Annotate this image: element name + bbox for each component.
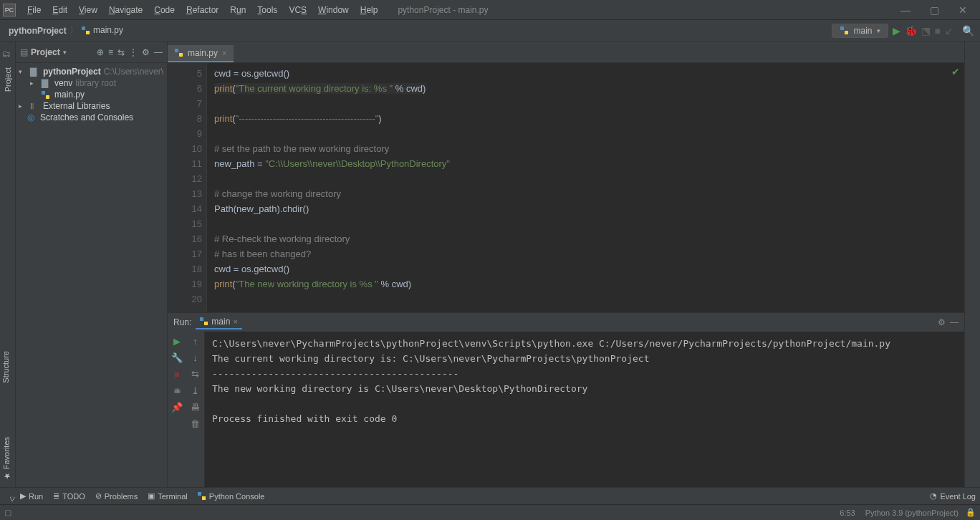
project-view-icon: ▤ [20, 47, 28, 57]
hide-panel-icon[interactable]: ― [154, 47, 163, 57]
project-tool-window: ▤ Project ▾ ⊕ ≡ ⇆ ⋮ ⚙ ― ▾ ▇ pythonProjec… [16, 42, 168, 487]
python-icon [200, 317, 208, 326]
code-text[interactable]: cwd = os.getcwd() print("The current wor… [207, 63, 964, 312]
soft-wrap-icon[interactable]: ⇆ [191, 369, 199, 380]
tree-main-py[interactable]: main.py [16, 89, 167, 100]
python-icon [198, 492, 206, 501]
close-tab-icon[interactable]: × [222, 49, 226, 57]
maximize-button[interactable]: ▢ [920, 4, 948, 16]
close-run-tab-icon[interactable]: × [233, 317, 237, 326]
minimize-button[interactable]: ― [891, 4, 920, 16]
structure-tool-label[interactable]: Structure [1, 351, 10, 383]
menu-help[interactable]: Help [355, 4, 384, 16]
svg-rect-8 [200, 317, 203, 321]
problems-tool-button[interactable]: ⊘ Problems [95, 491, 138, 501]
menu-edit[interactable]: Edit [47, 4, 73, 16]
run-console-toolbar: ↑ ↓ ⇆ ⤓ 🖶 🗑 [186, 332, 205, 487]
menu-code[interactable]: Code [148, 4, 181, 16]
python-icon [840, 26, 850, 36]
menu-navigate[interactable]: Navigate [103, 4, 148, 16]
tree-scratches[interactable]: ◎ Scratches and Consoles [16, 112, 167, 123]
svg-rect-11 [202, 496, 206, 500]
project-panel-title[interactable]: Project [31, 47, 60, 57]
tool-window-quick-access-icon[interactable]: ▢ [4, 508, 11, 517]
run-config-dropdown[interactable]: main ▾ [832, 24, 888, 38]
bottom-tool-bar: ⩒ ▶ Run ≣ TODO ⊘ Problems ▣ Terminal Pyt… [0, 487, 980, 504]
lock-icon[interactable]: 🔒 [966, 508, 976, 517]
editor-tab-strip: main.py × [168, 42, 964, 63]
svg-rect-6 [175, 49, 178, 52]
project-tool-icon[interactable]: 🗂 [2, 49, 14, 60]
project-tree[interactable]: ▾ ▇ pythonProject C:\Users\never\ ▸ ▇ ve… [16, 63, 167, 126]
chevron-down-icon: ▾ [877, 27, 880, 34]
run-tool-window: Run: main × ⚙ ― ▶ 🔧 ■ ⩩ 📌 ↑ [168, 312, 964, 487]
run-tool-button[interactable]: ▶ Run [20, 491, 43, 501]
project-tool-label[interactable]: Project [4, 67, 12, 92]
line-number-gutter: 567891011121314151617181920 [168, 63, 207, 312]
structure-tool-icon[interactable]: ⩒ [9, 494, 16, 503]
menu-refactor[interactable]: Refactor [181, 4, 224, 16]
tree-ext-lib[interactable]: ▸ ⫴ External Libraries [16, 100, 167, 112]
tree-root[interactable]: ▾ ▇ pythonProject C:\Users\never\ [16, 66, 167, 77]
title-bar: PC File Edit View Navigate Code Refactor… [0, 0, 980, 20]
favorites-tool-label[interactable]: ★ Favorites [1, 437, 11, 481]
svg-rect-5 [46, 95, 49, 99]
up-icon[interactable]: ↑ [193, 336, 198, 347]
run-settings-icon[interactable]: ⚙ [938, 317, 946, 327]
run-button[interactable]: ▶ [893, 25, 900, 37]
down-icon[interactable]: ↓ [193, 352, 198, 363]
svg-rect-2 [840, 27, 844, 30]
editor-tab-main[interactable]: main.py × [168, 45, 234, 62]
close-button[interactable]: ✕ [948, 4, 977, 16]
python-file-icon [81, 26, 91, 36]
print-icon[interactable]: 🖶 [191, 402, 200, 413]
menu-run[interactable]: Run [224, 4, 251, 16]
stop-icon[interactable]: ■ [174, 369, 180, 380]
layout-icon[interactable]: ⩩ [173, 385, 182, 396]
clear-icon[interactable]: 🗑 [191, 418, 200, 429]
collapse-all-icon[interactable]: ⇆ [117, 47, 125, 57]
settings-icon[interactable]: ⚙ [142, 47, 150, 57]
svg-rect-3 [845, 31, 848, 34]
menu-view[interactable]: View [73, 4, 103, 16]
vcs-update-icon[interactable]: ↙ [945, 25, 953, 37]
debug-button[interactable]: 🐞 [905, 25, 917, 37]
rerun-icon[interactable]: ▶ [173, 336, 181, 347]
search-everywhere-button[interactable]: 🔍 [962, 25, 974, 37]
stop-button[interactable]: ■ [935, 25, 941, 37]
svg-rect-10 [198, 492, 201, 496]
svg-rect-9 [204, 322, 208, 325]
breadcrumb-project[interactable]: pythonProject [6, 26, 69, 36]
svg-rect-0 [82, 27, 85, 30]
folder-icon: ▇ [42, 78, 52, 88]
python-console-tool-button[interactable]: Python Console [198, 492, 265, 501]
svg-rect-4 [42, 91, 45, 95]
expand-all-icon[interactable]: ≡ [108, 47, 113, 57]
menu-vcs[interactable]: VCS [283, 4, 312, 16]
caret-position[interactable]: 6:53 [840, 509, 855, 517]
event-log-button[interactable]: ◔ Event Log [930, 491, 976, 501]
menu-file[interactable]: File [21, 4, 47, 16]
scroll-end-icon[interactable]: ⤓ [191, 385, 199, 396]
svg-rect-7 [179, 53, 183, 57]
todo-tool-button[interactable]: ≣ TODO [53, 491, 85, 501]
breadcrumb-file[interactable]: main.py [78, 25, 126, 36]
console-output[interactable]: C:\Users\never\PycharmProjects\pythonPro… [205, 332, 964, 487]
menu-window[interactable]: Window [312, 4, 355, 16]
hide-run-panel-icon[interactable]: ― [950, 317, 959, 327]
window-title: pythonProject - main.py [398, 5, 891, 15]
wrench-icon[interactable]: 🔧 [171, 352, 183, 363]
scroll-to-source-icon[interactable]: ⊕ [97, 47, 104, 57]
coverage-button[interactable]: ⬔ [921, 25, 931, 37]
code-editor[interactable]: ✔ 567891011121314151617181920 cwd = os.g… [168, 63, 964, 312]
tree-venv[interactable]: ▸ ▇ venv library root [16, 77, 167, 89]
inspection-ok-icon[interactable]: ✔ [951, 66, 960, 77]
run-panel-label: Run: [173, 317, 191, 327]
interpreter-label[interactable]: Python 3.9 (pythonProject) [865, 509, 959, 517]
right-tool-gutter [964, 42, 980, 487]
pin-icon[interactable]: 📌 [171, 402, 183, 413]
app-icon: PC [3, 4, 16, 16]
terminal-tool-button[interactable]: ▣ Terminal [148, 491, 188, 501]
menu-tools[interactable]: Tools [251, 4, 283, 16]
run-tab-main[interactable]: main × [196, 315, 241, 329]
